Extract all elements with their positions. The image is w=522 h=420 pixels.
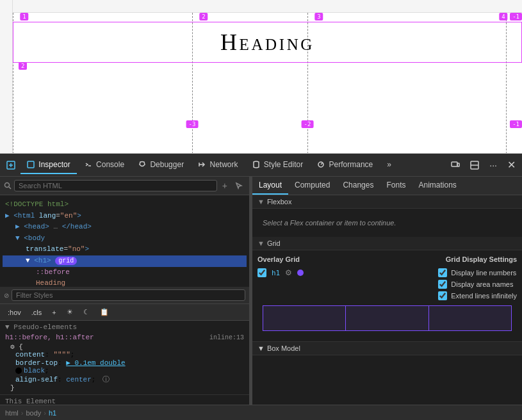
layout-tab-changes[interactable]: Changes — [336, 177, 380, 195]
css-rules: ▼ Pseudo-elements h1::before, h1::after … — [0, 321, 249, 405]
inspector-select-button[interactable] — [3, 158, 19, 172]
layout-tab-fonts[interactable]: Fonts — [380, 177, 412, 195]
responsive-design-button[interactable] — [447, 158, 464, 172]
css-filter-bar: ⊘ — [0, 287, 249, 304]
add-rule-btn[interactable]: + — [49, 307, 58, 318]
tab-console[interactable]: Console — [78, 156, 131, 174]
light-mode-btn[interactable]: ☀ — [64, 307, 76, 318]
grid-header-row: Overlay Grid Grid Display Settings — [257, 255, 517, 263]
pseudo-selector[interactable]: h1::before, h1::after inline:13 — [5, 334, 244, 341]
layout-tab-computed[interactable]: Computed — [288, 177, 336, 195]
grid-arrow: ▼ — [257, 239, 265, 247]
setting-extend-lines: Extend lines infinitely — [438, 291, 517, 300]
display-line-numbers-checkbox[interactable] — [438, 268, 447, 277]
canvas-area: 1 2 3 4 -1 1 2 -1 -4 2 -1 Heading -3 — [13, 13, 522, 154]
box-model-section-header[interactable]: ▼ Box Model — [252, 341, 522, 355]
tab-inspector[interactable]: Inspector — [20, 156, 77, 174]
svg-rect-9 — [452, 162, 457, 166]
breadcrumb-html[interactable]: html — [5, 409, 19, 417]
extend-lines-label: Extend lines infinitely — [451, 292, 517, 300]
grid-section-header[interactable]: ▼ Grid — [252, 237, 522, 250]
svg-line-8 — [321, 163, 323, 165]
css-filter-input[interactable] — [12, 289, 245, 301]
overlay-grid-items: h1 ⚙ — [257, 268, 304, 281]
class-btn[interactable]: .cls — [29, 307, 45, 318]
css-toolbar: :hov .cls + ☀ ☾ 📋 — [0, 304, 249, 321]
add-node-button[interactable]: + — [220, 179, 230, 192]
h1-gear-icon[interactable]: ⚙ — [285, 268, 292, 277]
breadcrumb-body[interactable]: body — [26, 409, 41, 417]
bottom-badge-2: -3 — [186, 120, 199, 128]
split-console-button[interactable] — [466, 158, 483, 172]
grid-section-body: Overlay Grid Grid Display Settings h1 ⚙ — [252, 250, 522, 341]
tab-style-editor[interactable]: Style Editor — [246, 156, 310, 174]
flexbox-message: Select a Flex container or item to conti… — [257, 214, 517, 232]
breadcrumb-sep-1: › — [21, 409, 24, 417]
h1-color-dot — [297, 270, 304, 276]
heading-preview: Heading — [13, 22, 521, 62]
element-outline: -4 2 -1 Heading — [13, 22, 522, 63]
search-icon — [4, 182, 12, 190]
tab-performance[interactable]: Performance — [311, 156, 379, 174]
col-badge-3: 3 — [314, 13, 323, 20]
tree-before[interactable]: ::before — [3, 267, 247, 279]
tab-debugger[interactable]: Debugger — [132, 156, 190, 174]
breadcrumb-h1[interactable]: h1 — [49, 409, 56, 417]
layout-tab-layout[interactable]: Layout — [252, 177, 288, 195]
prop-border-top[interactable]: border-top: ▶ 0.1em double — [15, 359, 244, 367]
print-btn[interactable]: 📋 — [97, 307, 111, 318]
info-icon[interactable]: ⓘ — [102, 376, 110, 384]
tree-heading-text[interactable]: Heading — [3, 278, 247, 287]
display-area-names-checkbox[interactable] — [438, 280, 447, 289]
pick-element-button[interactable] — [232, 181, 245, 191]
grid-settings-list: Display line numbers Display area names … — [438, 268, 517, 300]
devtools-panel: Inspector Console Debugger Network — [0, 154, 522, 420]
grid-preview-col-3 — [429, 306, 511, 330]
layout-tab-animations[interactable]: Animations — [412, 177, 462, 195]
setting-display-area-names: Display area names — [438, 280, 517, 289]
col-badge-4: 4 — [499, 13, 507, 20]
pseudo-elements-group: ▼ Pseudo-elements h1::before, h1::after … — [0, 321, 249, 395]
flexbox-body: Select a Flex container or item to conti… — [252, 209, 522, 237]
tree-html[interactable]: ▶ <html lang="en"> — [3, 211, 247, 222]
dark-mode-btn[interactable]: ☾ — [81, 307, 92, 318]
ruler-left — [0, 0, 13, 153]
flexbox-section-header[interactable]: ▼ Flexbox — [252, 195, 522, 209]
col-badge-1: 1 — [20, 13, 28, 20]
this-element-group: This Element element ⚙ { inline } — [0, 395, 249, 405]
tree-body-open[interactable]: ▼ <body — [3, 233, 247, 245]
tree-doctype[interactable]: <!DOCTYPE html> — [3, 199, 247, 211]
close-devtools-button[interactable]: ✕ — [503, 156, 519, 174]
tab-more[interactable]: » — [380, 156, 398, 174]
pseudo-close-brace: } — [10, 384, 244, 392]
right-badge: -1 — [510, 13, 522, 20]
tab-network[interactable]: Network — [192, 156, 244, 174]
overflow-menu-button[interactable]: ··· — [485, 158, 501, 173]
html-search-input[interactable] — [14, 180, 217, 191]
bottom-badge-4: -1 — [510, 120, 522, 128]
grid-display-settings-header: Grid Display Settings — [446, 255, 517, 263]
toolbar-end-buttons: ··· ✕ — [447, 156, 519, 174]
breadcrumb-sep-2: › — [44, 409, 46, 417]
pseudo-elements-header[interactable]: ▼ Pseudo-elements — [5, 323, 244, 331]
layout-content: ▼ Flexbox Select a Flex container or ite… — [252, 195, 522, 405]
html-tree: <!DOCTYPE html> ▶ <html lang="en"> ▶ <he… — [0, 195, 249, 287]
svg-point-13 — [5, 183, 10, 188]
html-search-bar: + — [0, 177, 249, 195]
tree-head[interactable]: ▶ <head> … </head> — [3, 222, 247, 233]
tree-h1[interactable]: ▼ <h1> grid — [3, 255, 247, 267]
svg-line-14 — [9, 187, 11, 189]
prop-black[interactable]: black; — [15, 367, 244, 375]
grid-label: Grid — [267, 239, 281, 247]
this-element-header: This Element — [5, 398, 244, 405]
grid-preview-col-2 — [346, 306, 428, 330]
svg-rect-3 — [28, 161, 34, 168]
hover-btn[interactable]: :hov — [5, 307, 24, 318]
h1-overlay-checkbox[interactable] — [257, 268, 266, 277]
prop-align-self[interactable]: align-self: center; ⓘ — [15, 375, 244, 384]
extend-lines-checkbox[interactable] — [438, 291, 447, 300]
tree-body-attr[interactable]: translate="no"> — [3, 244, 247, 255]
filter-icon: ⊘ — [4, 292, 9, 299]
pseudo-source: inline:13 — [209, 334, 244, 341]
prop-content[interactable]: content: """"; — [15, 351, 244, 359]
